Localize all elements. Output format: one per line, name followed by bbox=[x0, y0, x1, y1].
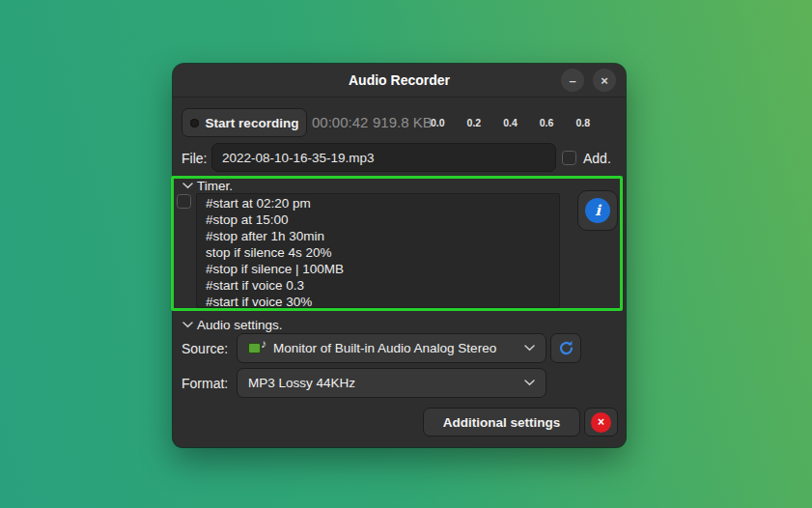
file-label: File: bbox=[182, 151, 207, 166]
timer-commands-textarea[interactable]: #start at 02:20 pm #stop at 15:00 #stop … bbox=[196, 193, 560, 308]
close-icon: × bbox=[601, 73, 608, 88]
minimize-button[interactable]: – bbox=[561, 69, 584, 92]
timer-command-line: #stop at 15:00 bbox=[206, 212, 559, 228]
audio-settings-expander-label: Audio settings. bbox=[197, 318, 283, 332]
start-recording-button[interactable]: Start recording bbox=[182, 108, 307, 137]
timer-command-line: #start if voice 30% bbox=[206, 294, 559, 308]
refresh-sources-button[interactable] bbox=[550, 333, 581, 363]
timer-expander-label: Timer. bbox=[197, 179, 233, 193]
delete-x-icon: × bbox=[591, 412, 611, 433]
add-checkbox[interactable] bbox=[562, 151, 576, 165]
meter-tick: 0.6 bbox=[540, 117, 554, 128]
source-label: Source: bbox=[182, 341, 228, 356]
source-value: Monitor of Built-in Audio Analog Stereo bbox=[273, 341, 517, 355]
elapsed-time: 00:00:42 bbox=[312, 114, 368, 130]
meter-tick: 0.2 bbox=[467, 117, 482, 128]
delete-file-button[interactable]: × bbox=[584, 408, 618, 437]
window-title: Audio Recorder bbox=[349, 72, 450, 88]
record-dot-icon bbox=[190, 119, 199, 127]
chevron-down-icon bbox=[182, 183, 193, 189]
timer-command-line: #stop after 1h 30min bbox=[206, 228, 559, 244]
timer-command-line: #stop if silence | 100MB bbox=[206, 261, 559, 277]
level-meter-scale: 0.0 0.2 0.4 0.6 0.8 bbox=[431, 117, 590, 128]
chevron-down-icon bbox=[524, 345, 535, 352]
start-recording-label: Start recording bbox=[206, 116, 299, 130]
timer-command-line: #start if voice 0.3 bbox=[206, 277, 559, 294]
format-dropdown[interactable]: MP3 Lossy 44KHz bbox=[237, 368, 546, 398]
refresh-icon bbox=[558, 340, 574, 356]
meter-tick: 0.4 bbox=[503, 117, 518, 128]
chevron-down-icon bbox=[182, 322, 193, 328]
filename-input[interactable] bbox=[211, 143, 556, 172]
info-icon: i bbox=[585, 198, 610, 223]
timer-command-line: #start at 02:20 pm bbox=[206, 195, 559, 212]
additional-settings-label: Additional settings bbox=[443, 415, 561, 430]
audio-settings-expander[interactable]: Audio settings. bbox=[182, 318, 283, 332]
timer-enable-checkbox[interactable] bbox=[177, 194, 191, 209]
format-value: MP3 Lossy 44KHz bbox=[248, 376, 517, 390]
minimize-icon: – bbox=[569, 73, 575, 88]
timer-command-line: stop if silence 4s 20% bbox=[206, 244, 559, 261]
titlebar[interactable]: Audio Recorder – × bbox=[173, 64, 626, 98]
format-label: Format: bbox=[182, 376, 228, 391]
file-size: 919.8 KB bbox=[373, 114, 433, 130]
source-dropdown[interactable]: ♪ Monitor of Built-in Audio Analog Stere… bbox=[237, 333, 546, 363]
timer-expander[interactable]: Timer. bbox=[182, 179, 233, 193]
meter-tick: 0.8 bbox=[575, 117, 590, 128]
timer-info-button[interactable]: i bbox=[577, 190, 618, 231]
titlebar-buttons: – × bbox=[561, 69, 616, 92]
add-label: Add. bbox=[583, 151, 611, 166]
close-button[interactable]: × bbox=[593, 69, 616, 92]
audio-recorder-window: Audio Recorder – × Start recording 00:00… bbox=[173, 64, 626, 447]
meter-tick: 0.0 bbox=[431, 117, 445, 128]
chevron-down-icon bbox=[524, 380, 535, 386]
audio-card-icon: ♪ bbox=[248, 341, 266, 355]
additional-settings-button[interactable]: Additional settings bbox=[423, 408, 580, 437]
